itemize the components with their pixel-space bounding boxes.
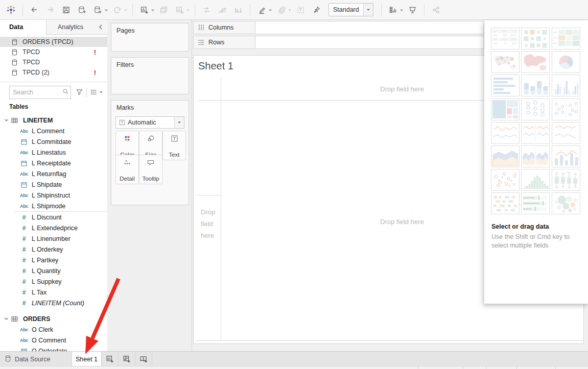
table-group-lineitem[interactable]: LINEITEM — [0, 115, 107, 126]
dropdown-caret-icon[interactable] — [399, 8, 404, 12]
chart-type-circle-views[interactable] — [521, 99, 550, 120]
share-workbook-button[interactable] — [430, 3, 442, 16]
mark-button-tooltip[interactable]: Tooltip — [139, 155, 162, 184]
chart-type-dual-combination[interactable] — [552, 145, 580, 167]
mark-type-dropdown[interactable]: Automatic — [115, 116, 184, 129]
redo-button[interactable] — [44, 3, 56, 16]
presentation-mode-button[interactable] — [407, 3, 418, 16]
field-item[interactable]: O Orderdate — [0, 346, 107, 351]
chart-type-lines-continuous[interactable] — [491, 122, 520, 144]
chart-type-area-charts-continuous[interactable] — [491, 145, 520, 167]
run-auto-updates-button[interactable] — [111, 3, 123, 16]
expand-chevron-icon[interactable] — [4, 316, 9, 321]
fix-axes-button[interactable] — [311, 3, 322, 16]
tab-analytics[interactable]: Analytics — [46, 19, 94, 34]
field-item[interactable]: L Receiptdate — [0, 158, 107, 168]
dropdown-caret-icon[interactable] — [104, 8, 108, 12]
sort-ascending-button[interactable] — [217, 3, 228, 16]
dropdown-caret-icon[interactable] — [124, 8, 128, 12]
datasource-item[interactable]: ORDERS (TPCD) — [0, 37, 107, 47]
chart-type-lines-discrete[interactable] — [521, 122, 550, 144]
chart-type-stacked-bars[interactable] — [521, 75, 550, 96]
field-item[interactable]: # L Linenumber — [0, 233, 107, 244]
rows-shelf-area[interactable] — [255, 36, 484, 49]
drop-zone-rows[interactable]: Drop field here — [201, 206, 220, 241]
show-hide-cards-button[interactable] — [387, 3, 399, 16]
highlight-button[interactable] — [256, 3, 268, 16]
chart-type-scatter-plots[interactable] — [491, 169, 520, 191]
search-input[interactable] — [10, 86, 84, 99]
field-item[interactable]: # L Extendedprice — [0, 223, 107, 233]
chart-type-packed-bubbles[interactable] — [552, 192, 580, 214]
field-item[interactable]: Abc L Returnflag — [0, 168, 107, 179]
datasource-item[interactable]: TPCD ! — [0, 47, 107, 57]
chart-type-horizontal-bars[interactable] — [491, 75, 520, 96]
table-group-orders[interactable]: ORDERS — [0, 313, 107, 324]
dropdown-caret-icon[interactable] — [363, 4, 373, 16]
chart-type-highlight-table[interactable] — [552, 28, 580, 50]
chart-type-histogram[interactable] — [521, 169, 550, 191]
field-item[interactable]: Abc L Shipmode — [0, 201, 107, 211]
duplicate-button[interactable] — [158, 3, 170, 16]
dropdown-caret-icon[interactable] — [151, 8, 155, 12]
show-mark-labels-button[interactable] — [295, 3, 307, 16]
collapse-pane-button[interactable] — [94, 19, 107, 34]
dropdown-caret-icon[interactable] — [268, 8, 272, 12]
filters-shelf[interactable]: Filters — [111, 57, 189, 94]
chart-type-filled-map[interactable] — [521, 51, 550, 73]
chart-type-treemap[interactable] — [491, 99, 520, 120]
undo-button[interactable] — [29, 3, 40, 16]
chart-type-bullet-graphs[interactable] — [521, 192, 550, 214]
save-button[interactable] — [60, 3, 72, 16]
chart-type-area-charts-discrete[interactable] — [521, 145, 550, 167]
clear-sheet-button[interactable] — [174, 3, 185, 16]
field-item[interactable]: # L Orderkey — [0, 244, 107, 255]
field-item[interactable]: Abc L Linestatus — [0, 147, 107, 158]
mark-button-detail[interactable]: Detail — [115, 155, 139, 184]
dropdown-caret-icon[interactable] — [288, 8, 292, 12]
new-story-tab-button[interactable] — [135, 352, 152, 366]
chart-type-side-by-side-bars[interactable] — [552, 75, 580, 96]
field-item[interactable]: # L Partkey — [0, 255, 107, 265]
fit-selector[interactable]: Standard — [328, 3, 373, 16]
field-item[interactable]: # LINEITEM (Count) — [0, 298, 107, 308]
swap-rows-and-columns-button[interactable] — [201, 3, 213, 16]
dropdown-caret-icon[interactable] — [186, 8, 190, 12]
expand-chevron-icon[interactable] — [4, 118, 9, 122]
tab-data-source[interactable]: Data Source — [0, 352, 72, 366]
new-data-source-button[interactable] — [76, 3, 88, 16]
datasource-item[interactable]: TPCD (2) ! — [0, 67, 107, 78]
datasource-item[interactable]: TPCD — [0, 57, 107, 67]
new-dashboard-tab-button[interactable] — [119, 352, 135, 366]
pause-auto-updates-button[interactable] — [92, 3, 104, 16]
columns-shelf-area[interactable] — [255, 21, 484, 34]
chart-type-heat-map[interactable] — [521, 28, 550, 50]
chart-type-gantt[interactable] — [491, 192, 520, 214]
pages-shelf[interactable]: Pages — [111, 23, 189, 52]
chart-type-side-by-side-circles[interactable] — [552, 99, 580, 120]
group-members-button[interactable] — [275, 3, 287, 16]
chart-type-symbol-map[interactable] — [491, 51, 520, 73]
chart-type-text-table[interactable]: 123437315030041220285067312 — [491, 28, 520, 50]
field-item[interactable]: # L Suppkey — [0, 276, 107, 287]
mark-button-text[interactable]: Text — [162, 131, 186, 160]
field-item[interactable]: Abc L Shipinstruct — [0, 190, 107, 201]
field-item[interactable]: Abc O Clerk — [0, 324, 107, 335]
field-item[interactable]: # L Discount — [0, 212, 107, 223]
field-item[interactable]: # L Quantity — [0, 265, 107, 276]
new-worksheet-tab-button[interactable] — [102, 352, 119, 366]
field-item[interactable]: Abc O Comment — [0, 335, 107, 346]
field-item[interactable]: # L Tax — [0, 287, 107, 298]
chart-type-box-and-whisker[interactable] — [552, 169, 580, 191]
chart-type-dual-lines[interactable] — [552, 122, 580, 144]
number-type-icon: # — [22, 257, 26, 264]
tab-data[interactable]: Data — [0, 19, 46, 35]
sort-descending-button[interactable] — [232, 3, 244, 16]
view-options-button[interactable] — [90, 89, 103, 95]
new-worksheet-button[interactable] — [138, 3, 150, 16]
field-item[interactable]: L Shipdate — [0, 179, 107, 190]
field-item[interactable]: L Commitdate — [0, 136, 107, 147]
field-item[interactable]: Abc L Comment — [0, 126, 107, 136]
tab-sheet-1[interactable]: Sheet 1 — [72, 352, 102, 366]
chart-type-pie-chart[interactable] — [552, 51, 580, 73]
